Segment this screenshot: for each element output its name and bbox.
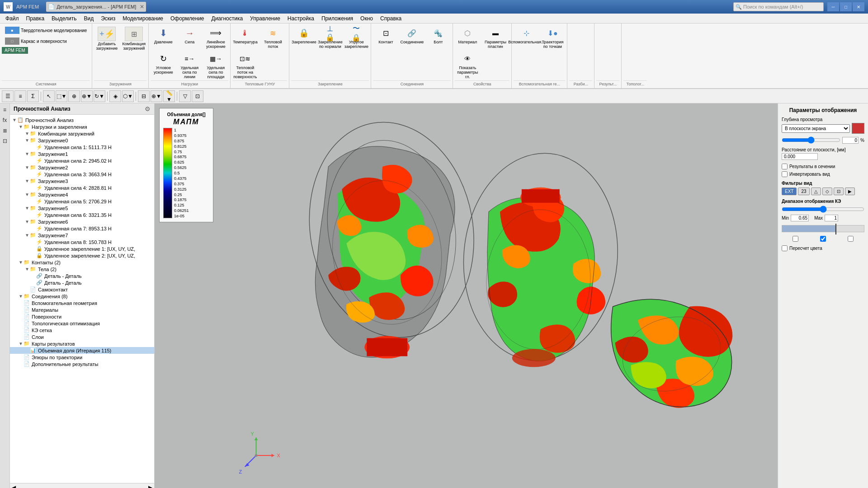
tree-expand[interactable]: ▼ <box>24 206 30 211</box>
tree-expand[interactable]: ▼ <box>24 192 30 197</box>
tb-btn-add-load[interactable]: +⚡ Добавить загружение <box>94 25 119 52</box>
tb-btn-wireframe[interactable]: □ Каркас и поверхности <box>2 36 90 46</box>
tb-btn-angular-accel[interactable]: ↻ Угловое ускорение <box>151 51 176 80</box>
tree-item-8[interactable]: ⚡ Удаленная сила 3: 3663.94 Н <box>10 171 154 178</box>
invert-checkbox[interactable] <box>782 171 788 177</box>
tb-btn-temperature[interactable]: 🌡 Температура <box>232 25 258 50</box>
filter-btn-23[interactable]: 23 <box>798 188 809 195</box>
menu-apps[interactable]: Приложения <box>318 14 357 23</box>
tree-item-27[interactable]: 📄 Вспомогательная геометрия <box>10 300 154 306</box>
sidebar-settings-icon[interactable]: ⚙ <box>145 105 151 113</box>
depth-color-btn[interactable] <box>852 123 864 134</box>
tb-btn-material[interactable]: ⬡ Материал <box>455 25 480 50</box>
tb-btn-unit-force-area[interactable]: ▦→ Удельная сила по площади <box>203 51 228 80</box>
tb-btn-heat-flux[interactable]: ≋ Тепловой поток <box>260 25 286 50</box>
st-btn-3[interactable]: Σ <box>27 90 39 102</box>
depth-slider[interactable] <box>782 136 840 144</box>
st-btn-snap[interactable]: ⊕▼ <box>151 90 162 102</box>
range-max-input[interactable] <box>825 215 838 221</box>
viewport[interactable]: X Y Z Объемная доля[] МАПМ 1 0.9375 0.87 <box>155 103 778 488</box>
tree-expand[interactable]: ▼ <box>24 151 30 156</box>
tree-item-0[interactable]: ▼ 📋 Прочностной Анализ <box>10 117 154 123</box>
tree-item-28[interactable]: 📄 Материалы <box>10 306 154 313</box>
tree-item-3[interactable]: ▼ 📁 Загружение0 <box>10 137 154 144</box>
tab-label[interactable]: Деталь_загружения... - [APM FEM] <box>57 4 136 9</box>
menu-diag[interactable]: Диагностика <box>208 14 247 23</box>
st-btn-zoom-area[interactable]: ⊕▼ <box>81 90 93 102</box>
tb-btn-trajectory[interactable]: ⬇● Траектория по точкам <box>540 25 565 80</box>
tb-btn-show-params[interactable]: 👁 Показать параметры гл. <box>455 51 480 80</box>
tree-expand[interactable]: ▼ <box>24 267 30 272</box>
cross-section-checkbox[interactable] <box>782 164 788 169</box>
tree-expand[interactable]: ▼ <box>24 219 30 224</box>
tb-btn-elastic-constraint[interactable]: 〜🔒 Упругое закрепление <box>344 25 369 80</box>
menu-control[interactable]: Управление <box>246 14 284 23</box>
li-btn-3[interactable]: ≣ <box>0 126 9 135</box>
tree-expand[interactable]: ▼ <box>18 294 24 299</box>
st-btn-cursor[interactable]: ↖ <box>43 90 55 102</box>
tree-item-31[interactable]: 📄 КЭ сетка <box>10 327 154 333</box>
tree-item-34[interactable]: 📊 Объемная доля (Итерация 115) <box>10 347 154 354</box>
tree-item-18[interactable]: ⚡ Удаленная сила 8: 150.783 Н <box>10 239 154 245</box>
st-btn-mirror[interactable]: ⊟ <box>138 90 150 102</box>
st-btn-measure[interactable]: 📏▼ <box>163 90 175 102</box>
tree-item-16[interactable]: ⚡ Удаленная сила 7: 8953.13 Н <box>10 225 154 232</box>
tree-item-13[interactable]: ▼ 📁 Загружение5 <box>10 205 154 211</box>
range-check-right[interactable] <box>848 236 854 242</box>
search-box[interactable]: 🔍 Поиск по командам (Alt+/) <box>736 4 821 10</box>
tree-expand[interactable]: ▼ <box>24 178 30 183</box>
tree-item-5[interactable]: ▼ 📁 Загружение1 <box>10 150 154 157</box>
tb-btn-constraint[interactable]: 🔒 Закрепление <box>291 25 316 80</box>
tb-btn-plate-params[interactable]: ▬ Параметры пластин <box>483 25 508 50</box>
menu-help[interactable]: Справка <box>377 14 405 23</box>
menu-window[interactable]: Окно <box>357 14 377 23</box>
st-btn-filter[interactable]: ▽ <box>179 90 191 102</box>
tree-item-36[interactable]: 📄 Дополнительные результаты <box>10 361 154 367</box>
tree-item-10[interactable]: ⚡ Удаленная сила 4: 2828.81 Н <box>10 184 154 191</box>
menu-file[interactable]: Файл <box>2 14 23 23</box>
tree-expand[interactable]: ▼ <box>24 138 30 143</box>
tb-btn-pressure[interactable]: ⬇ Давление <box>151 25 176 50</box>
tree-expand[interactable]: ▼ <box>12 117 17 122</box>
tree-item-23[interactable]: 🔗 Деталь - Деталь <box>10 272 154 279</box>
menu-modeling[interactable]: Моделирование <box>119 14 167 23</box>
recalc-checkbox[interactable] <box>782 245 788 251</box>
tree-expand[interactable]: ▼ <box>24 131 30 136</box>
filter-btn-triangle[interactable]: △ <box>811 188 821 195</box>
menu-edit[interactable]: Правка <box>23 14 48 23</box>
tb-btn-force[interactable]: → Сила <box>177 25 202 50</box>
range-slider[interactable] <box>782 206 864 213</box>
filter-btn-square[interactable]: ⊡ <box>834 188 844 195</box>
tree-item-9[interactable]: ▼ 📁 Загружение3 <box>10 178 154 184</box>
st-btn-2[interactable]: ≡ <box>14 90 26 102</box>
tree-item-11[interactable]: ▼ 📁 Загружение4 <box>10 191 154 198</box>
distance-input[interactable] <box>782 153 818 160</box>
st-btn-select[interactable]: ⬚▼ <box>56 90 67 102</box>
tree-item-4[interactable]: ⚡ Удаленная сила 1: 5111.73 Н <box>10 144 154 150</box>
st-btn-rotate[interactable]: ↻▼ <box>94 90 105 102</box>
tree-expand[interactable]: ▼ <box>24 233 30 238</box>
tree-expand[interactable]: ▼ <box>18 124 24 129</box>
scroll-left[interactable]: ◀ <box>12 484 16 488</box>
depth-select[interactable]: В плоскости экрана <box>782 124 850 133</box>
tb-btn-apm-fem[interactable]: APM FEM <box>2 47 28 54</box>
tree-item-25[interactable]: 📄 Самоконтакт <box>10 286 154 293</box>
tb-btn-bolt[interactable]: 🔩 Болт <box>425 25 451 80</box>
range-check-left[interactable] <box>793 236 798 242</box>
filter-btn-arrow[interactable]: ▶ <box>845 188 855 195</box>
scroll-right[interactable]: ▶ <box>148 484 152 488</box>
menu-view[interactable]: Вид <box>80 14 97 23</box>
tree-item-30[interactable]: 📄 Топологическая оптимизация <box>10 320 154 327</box>
range-tick-slider[interactable] <box>782 225 864 232</box>
tree-item-32[interactable]: 📄 Слои <box>10 333 154 340</box>
filter-btn-diamond[interactable]: ◇ <box>822 188 832 195</box>
menu-sketch[interactable]: Эскиз <box>97 14 119 23</box>
range-min-input[interactable] <box>791 215 809 221</box>
tb-btn-unit-force-line[interactable]: ≡→ Удельная сила по линии <box>177 51 202 80</box>
li-btn-1[interactable]: ≡ <box>0 105 9 114</box>
menu-format[interactable]: Оформление <box>167 14 208 23</box>
depth-percent-input[interactable] <box>842 137 859 144</box>
tree-item-15[interactable]: ▼ 📁 Загружение6 <box>10 218 154 225</box>
st-btn-zoom-fit[interactable]: ⊕ <box>68 90 80 102</box>
tree-item-29[interactable]: 📄 Поверхности <box>10 313 154 320</box>
